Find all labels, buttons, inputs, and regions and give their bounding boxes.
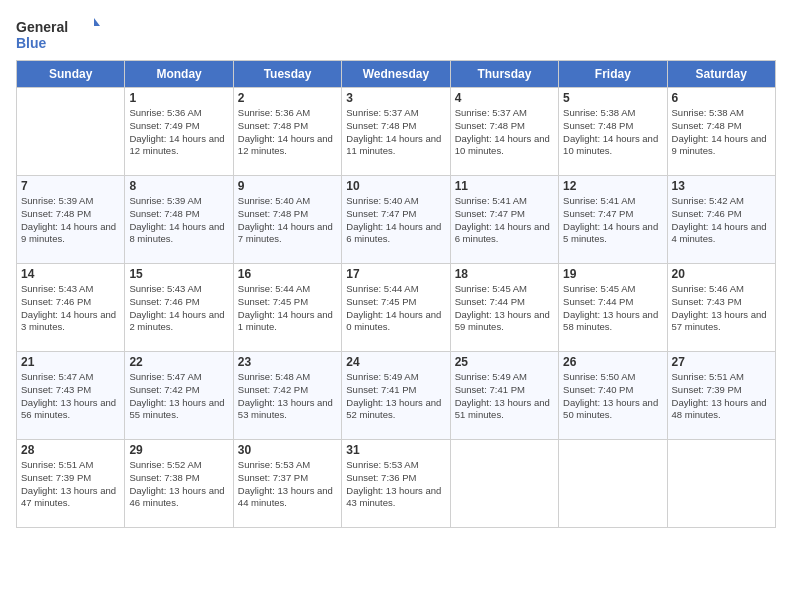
day-number: 11 — [455, 179, 554, 193]
day-number: 26 — [563, 355, 662, 369]
day-number: 20 — [672, 267, 771, 281]
day-number: 4 — [455, 91, 554, 105]
day-number: 7 — [21, 179, 120, 193]
day-content: Sunrise: 5:38 AM Sunset: 7:48 PM Dayligh… — [672, 107, 771, 158]
day-number: 8 — [129, 179, 228, 193]
calendar-cell: 7Sunrise: 5:39 AM Sunset: 7:48 PM Daylig… — [17, 176, 125, 264]
day-content: Sunrise: 5:53 AM Sunset: 7:36 PM Dayligh… — [346, 459, 445, 510]
day-number: 30 — [238, 443, 337, 457]
day-number: 19 — [563, 267, 662, 281]
day-content: Sunrise: 5:48 AM Sunset: 7:42 PM Dayligh… — [238, 371, 337, 422]
day-content: Sunrise: 5:47 AM Sunset: 7:43 PM Dayligh… — [21, 371, 120, 422]
calendar-cell: 29Sunrise: 5:52 AM Sunset: 7:38 PM Dayli… — [125, 440, 233, 528]
day-content: Sunrise: 5:40 AM Sunset: 7:48 PM Dayligh… — [238, 195, 337, 246]
calendar-cell — [559, 440, 667, 528]
day-number: 24 — [346, 355, 445, 369]
day-header-wednesday: Wednesday — [342, 61, 450, 88]
day-content: Sunrise: 5:45 AM Sunset: 7:44 PM Dayligh… — [455, 283, 554, 334]
calendar-cell: 5Sunrise: 5:38 AM Sunset: 7:48 PM Daylig… — [559, 88, 667, 176]
day-content: Sunrise: 5:36 AM Sunset: 7:48 PM Dayligh… — [238, 107, 337, 158]
calendar-cell: 16Sunrise: 5:44 AM Sunset: 7:45 PM Dayli… — [233, 264, 341, 352]
day-content: Sunrise: 5:37 AM Sunset: 7:48 PM Dayligh… — [455, 107, 554, 158]
day-number: 12 — [563, 179, 662, 193]
svg-text:General: General — [16, 19, 68, 35]
calendar-cell: 11Sunrise: 5:41 AM Sunset: 7:47 PM Dayli… — [450, 176, 558, 264]
day-number: 17 — [346, 267, 445, 281]
calendar-cell: 10Sunrise: 5:40 AM Sunset: 7:47 PM Dayli… — [342, 176, 450, 264]
day-number: 1 — [129, 91, 228, 105]
calendar-cell: 23Sunrise: 5:48 AM Sunset: 7:42 PM Dayli… — [233, 352, 341, 440]
day-header-thursday: Thursday — [450, 61, 558, 88]
day-number: 28 — [21, 443, 120, 457]
day-content: Sunrise: 5:43 AM Sunset: 7:46 PM Dayligh… — [129, 283, 228, 334]
day-content: Sunrise: 5:44 AM Sunset: 7:45 PM Dayligh… — [238, 283, 337, 334]
calendar-header: SundayMondayTuesdayWednesdayThursdayFrid… — [17, 61, 776, 88]
day-number: 9 — [238, 179, 337, 193]
day-number: 23 — [238, 355, 337, 369]
day-content: Sunrise: 5:45 AM Sunset: 7:44 PM Dayligh… — [563, 283, 662, 334]
calendar-cell: 27Sunrise: 5:51 AM Sunset: 7:39 PM Dayli… — [667, 352, 775, 440]
day-number: 10 — [346, 179, 445, 193]
day-content: Sunrise: 5:42 AM Sunset: 7:46 PM Dayligh… — [672, 195, 771, 246]
calendar-week-1: 1Sunrise: 5:36 AM Sunset: 7:49 PM Daylig… — [17, 88, 776, 176]
calendar-cell: 26Sunrise: 5:50 AM Sunset: 7:40 PM Dayli… — [559, 352, 667, 440]
logo-svg: General Blue — [16, 16, 106, 52]
day-number: 29 — [129, 443, 228, 457]
calendar-cell — [667, 440, 775, 528]
day-number: 15 — [129, 267, 228, 281]
day-content: Sunrise: 5:40 AM Sunset: 7:47 PM Dayligh… — [346, 195, 445, 246]
calendar-week-5: 28Sunrise: 5:51 AM Sunset: 7:39 PM Dayli… — [17, 440, 776, 528]
day-number: 3 — [346, 91, 445, 105]
day-content: Sunrise: 5:38 AM Sunset: 7:48 PM Dayligh… — [563, 107, 662, 158]
day-number: 27 — [672, 355, 771, 369]
svg-text:Blue: Blue — [16, 35, 47, 51]
calendar-cell: 14Sunrise: 5:43 AM Sunset: 7:46 PM Dayli… — [17, 264, 125, 352]
day-header-sunday: Sunday — [17, 61, 125, 88]
day-number: 13 — [672, 179, 771, 193]
calendar-cell: 24Sunrise: 5:49 AM Sunset: 7:41 PM Dayli… — [342, 352, 450, 440]
day-number: 31 — [346, 443, 445, 457]
logo: General Blue — [16, 16, 106, 52]
calendar-cell: 31Sunrise: 5:53 AM Sunset: 7:36 PM Dayli… — [342, 440, 450, 528]
page-header: General Blue — [16, 16, 776, 52]
calendar-cell: 9Sunrise: 5:40 AM Sunset: 7:48 PM Daylig… — [233, 176, 341, 264]
day-number: 2 — [238, 91, 337, 105]
day-content: Sunrise: 5:44 AM Sunset: 7:45 PM Dayligh… — [346, 283, 445, 334]
calendar-cell: 8Sunrise: 5:39 AM Sunset: 7:48 PM Daylig… — [125, 176, 233, 264]
calendar-cell — [17, 88, 125, 176]
day-content: Sunrise: 5:46 AM Sunset: 7:43 PM Dayligh… — [672, 283, 771, 334]
calendar-week-4: 21Sunrise: 5:47 AM Sunset: 7:43 PM Dayli… — [17, 352, 776, 440]
calendar-cell: 12Sunrise: 5:41 AM Sunset: 7:47 PM Dayli… — [559, 176, 667, 264]
calendar-cell — [450, 440, 558, 528]
day-content: Sunrise: 5:49 AM Sunset: 7:41 PM Dayligh… — [346, 371, 445, 422]
calendar-cell: 28Sunrise: 5:51 AM Sunset: 7:39 PM Dayli… — [17, 440, 125, 528]
day-content: Sunrise: 5:51 AM Sunset: 7:39 PM Dayligh… — [21, 459, 120, 510]
day-header-saturday: Saturday — [667, 61, 775, 88]
calendar-cell: 20Sunrise: 5:46 AM Sunset: 7:43 PM Dayli… — [667, 264, 775, 352]
calendar-week-3: 14Sunrise: 5:43 AM Sunset: 7:46 PM Dayli… — [17, 264, 776, 352]
day-content: Sunrise: 5:47 AM Sunset: 7:42 PM Dayligh… — [129, 371, 228, 422]
day-header-tuesday: Tuesday — [233, 61, 341, 88]
day-content: Sunrise: 5:43 AM Sunset: 7:46 PM Dayligh… — [21, 283, 120, 334]
calendar-cell: 22Sunrise: 5:47 AM Sunset: 7:42 PM Dayli… — [125, 352, 233, 440]
days-header-row: SundayMondayTuesdayWednesdayThursdayFrid… — [17, 61, 776, 88]
day-number: 22 — [129, 355, 228, 369]
day-number: 18 — [455, 267, 554, 281]
day-number: 5 — [563, 91, 662, 105]
day-content: Sunrise: 5:41 AM Sunset: 7:47 PM Dayligh… — [563, 195, 662, 246]
day-content: Sunrise: 5:39 AM Sunset: 7:48 PM Dayligh… — [129, 195, 228, 246]
day-number: 14 — [21, 267, 120, 281]
calendar-body: 1Sunrise: 5:36 AM Sunset: 7:49 PM Daylig… — [17, 88, 776, 528]
calendar-cell: 2Sunrise: 5:36 AM Sunset: 7:48 PM Daylig… — [233, 88, 341, 176]
calendar-cell: 25Sunrise: 5:49 AM Sunset: 7:41 PM Dayli… — [450, 352, 558, 440]
day-content: Sunrise: 5:39 AM Sunset: 7:48 PM Dayligh… — [21, 195, 120, 246]
day-content: Sunrise: 5:36 AM Sunset: 7:49 PM Dayligh… — [129, 107, 228, 158]
calendar-cell: 19Sunrise: 5:45 AM Sunset: 7:44 PM Dayli… — [559, 264, 667, 352]
day-content: Sunrise: 5:41 AM Sunset: 7:47 PM Dayligh… — [455, 195, 554, 246]
calendar-cell: 21Sunrise: 5:47 AM Sunset: 7:43 PM Dayli… — [17, 352, 125, 440]
day-number: 6 — [672, 91, 771, 105]
calendar-cell: 17Sunrise: 5:44 AM Sunset: 7:45 PM Dayli… — [342, 264, 450, 352]
day-number: 16 — [238, 267, 337, 281]
calendar-cell: 15Sunrise: 5:43 AM Sunset: 7:46 PM Dayli… — [125, 264, 233, 352]
calendar-cell: 18Sunrise: 5:45 AM Sunset: 7:44 PM Dayli… — [450, 264, 558, 352]
